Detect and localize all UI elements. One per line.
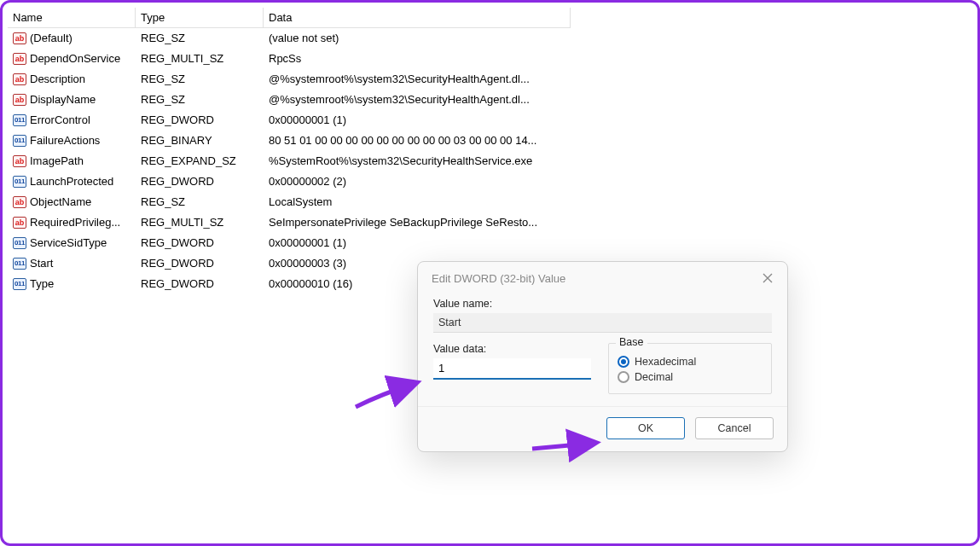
binary-value-icon: 011 [13,237,26,249]
registry-value-data: %SystemRoot%\system32\SecurityHealthServ… [264,151,571,171]
string-value-icon: ab [13,73,26,85]
value-name-text: Description [30,72,85,87]
value-name-text: (Default) [30,31,72,46]
dialog-title: Edit DWORD (32-bit) Value [432,272,565,285]
value-name-label: Value name: [433,298,772,310]
registry-value-type: REG_MULTI_SZ [136,49,264,69]
radio-icon [618,371,629,383]
value-name-field: Start [433,313,772,333]
registry-value-name[interactable]: abImagePath [8,151,136,171]
registry-value-type: REG_BINARY [136,131,264,151]
radio-hexadecimal[interactable]: Hexadecimal [618,356,763,368]
radio-label: Hexadecimal [635,356,696,368]
registry-value-data: 0x00000001 (1) [264,110,571,131]
annotation-arrow-icon [347,364,424,418]
value-name-text: Start [30,256,53,271]
registry-value-name[interactable]: 011ServiceSidType [8,233,136,253]
registry-value-data: @%systemroot%\system32\SecurityHealthAge… [264,69,571,90]
value-name-text: FailureActions [30,133,100,148]
ok-button[interactable]: OK [606,417,685,439]
string-value-icon: ab [13,32,26,44]
registry-value-data: 0x00000002 (2) [264,171,571,192]
value-name-text: ObjectName [30,195,91,210]
binary-value-icon: 011 [13,278,26,290]
value-name-text: ErrorControl [30,113,90,128]
value-name-text: ImagePath [30,154,84,169]
value-name-text: RequiredPrivileg... [30,215,120,230]
string-value-icon: ab [13,53,26,65]
value-data-label: Value data: [433,343,591,355]
value-name-text: Type [30,276,54,292]
registry-value-data: LocalSystem [264,192,571,212]
registry-value-name[interactable]: abDisplayName [8,90,136,110]
base-group-label: Base [616,336,647,348]
registry-value-type: REG_SZ [136,28,264,49]
registry-value-name[interactable]: abRequiredPrivileg... [8,212,136,233]
value-name-text: DependOnService [30,51,120,67]
registry-value-data: 80 51 01 00 00 00 00 00 00 00 00 00 03 0… [264,131,571,151]
registry-value-type: REG_DWORD [136,274,264,294]
registry-value-type: REG_DWORD [136,110,264,131]
value-data-input[interactable] [433,358,591,380]
edit-dword-dialog: Edit DWORD (32-bit) Value Value name: St… [417,261,788,452]
registry-value-type: REG_DWORD [136,253,264,274]
registry-value-data: @%systemroot%\system32\SecurityHealthAge… [264,90,571,110]
registry-value-type: REG_DWORD [136,233,264,253]
column-header-name[interactable]: Name [8,8,136,28]
registry-value-name[interactable]: abDependOnService [8,49,136,69]
radio-label: Decimal [635,371,673,383]
registry-value-type: REG_SZ [136,69,264,90]
registry-value-type: REG_DWORD [136,171,264,192]
binary-value-icon: 011 [13,176,26,188]
registry-value-name[interactable]: abObjectName [8,192,136,212]
registry-value-type: REG_SZ [136,192,264,212]
value-name-text: DisplayName [30,92,96,107]
registry-value-data: RpcSs [264,49,571,69]
registry-value-data: (value not set) [264,28,571,49]
registry-value-name[interactable]: 011ErrorControl [8,110,136,131]
registry-value-data: 0x00000001 (1) [264,233,571,253]
string-value-icon: ab [13,196,26,208]
registry-value-name[interactable]: 011LaunchProtected [8,171,136,192]
column-header-type[interactable]: Type [136,8,264,28]
registry-value-type: REG_MULTI_SZ [136,212,264,233]
value-name-text: ServiceSidType [30,235,107,251]
close-icon[interactable] [760,270,775,286]
registry-value-type: REG_EXPAND_SZ [136,151,264,171]
base-group: Base Hexadecimal Decimal [608,343,772,394]
string-value-icon: ab [13,94,26,106]
column-header-data[interactable]: Data [264,8,571,28]
registry-value-name[interactable]: ab(Default) [8,28,136,49]
string-value-icon: ab [13,155,26,167]
registry-value-name[interactable]: 011Type [8,274,136,294]
binary-value-icon: 011 [13,258,26,270]
cancel-button[interactable]: Cancel [695,417,774,439]
radio-icon [618,356,629,368]
registry-value-name[interactable]: abDescription [8,69,136,90]
registry-value-name[interactable]: 011Start [8,253,136,274]
string-value-icon: ab [13,217,26,229]
registry-values-table: Name Type Data ab(Default)REG_SZ(value n… [8,8,972,294]
registry-value-type: REG_SZ [136,90,264,110]
registry-value-name[interactable]: 011FailureActions [8,131,136,151]
radio-decimal[interactable]: Decimal [618,371,763,383]
value-name-text: LaunchProtected [30,174,113,189]
registry-value-data: SeImpersonatePrivilege SeBackupPrivilege… [264,212,571,233]
binary-value-icon: 011 [13,135,26,147]
binary-value-icon: 011 [13,114,26,126]
